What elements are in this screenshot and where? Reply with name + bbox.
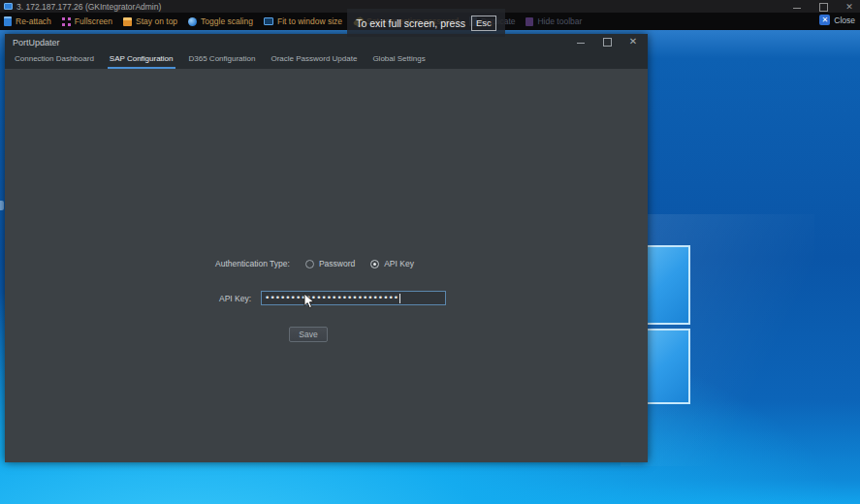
- api-key-input[interactable]: ••••••••••••••••••••••••••: [261, 291, 446, 305]
- toggle-scaling-label: Toggle scaling: [201, 16, 253, 26]
- hide-toolbar-button[interactable]: Hide toolbar: [526, 16, 582, 26]
- api-key-row: API Key: ••••••••••••••••••••••••••: [219, 291, 446, 305]
- close-session-label: Close: [834, 16, 855, 25]
- reattach-button[interactable]: Re-attach: [4, 16, 51, 26]
- api-key-label: API Key:: [219, 294, 251, 303]
- fit-to-window-size-icon: [264, 17, 273, 25]
- toggle-scaling-button[interactable]: Toggle scaling: [188, 16, 253, 26]
- hide-toolbar-icon: [526, 17, 533, 26]
- radio-api-key[interactable]: API Key: [370, 259, 414, 268]
- remote-monitor-icon: [4, 3, 13, 10]
- reattach-label: Re-attach: [16, 16, 51, 26]
- radio-password-circle[interactable]: [305, 260, 314, 268]
- windows-logo-pane-top: [646, 245, 690, 325]
- windows-logo-pane-bottom: [646, 329, 690, 404]
- app-close-button[interactable]: ✕: [628, 37, 638, 47]
- fullscreen-icon: [62, 17, 71, 26]
- app-minimize-button[interactable]: [576, 37, 586, 47]
- desktop-left-edge-artifact: [0, 201, 4, 210]
- reattach-icon: [4, 16, 12, 26]
- tab-global-settings[interactable]: Global Settings: [370, 50, 427, 69]
- authentication-type-row: Authentication Type: Password API Key: [215, 259, 414, 268]
- save-button[interactable]: Save: [289, 327, 328, 342]
- close-session-icon: ✕: [819, 15, 830, 25]
- authentication-type-label: Authentication Type:: [215, 259, 290, 268]
- portupdater-title: PortUpdater: [13, 38, 60, 47]
- client-window-controls: ✕: [792, 0, 854, 13]
- screen: PortUpdater ✕ Connection Dashboard SAP C…: [0, 0, 860, 504]
- hide-toolbar-label: Hide toolbar: [537, 16, 582, 26]
- fullscreen-exit-text: To exit full screen, press: [356, 17, 465, 29]
- radio-api-key-circle[interactable]: [370, 260, 379, 268]
- stay-on-top-button[interactable]: Stay on top: [123, 16, 177, 26]
- fullscreen-label: Fullscreen: [75, 16, 112, 26]
- fit-to-window-size-label: Fit to window size: [277, 16, 342, 26]
- radio-api-key-label[interactable]: API Key: [384, 259, 414, 268]
- client-minimize-button[interactable]: [792, 2, 802, 12]
- close-session-button[interactable]: ✕ Close: [819, 15, 855, 25]
- esc-keycap: Esc: [471, 16, 496, 31]
- sap-configuration-panel: Authentication Type: Password API Key AP…: [5, 69, 648, 462]
- app-maximize-button[interactable]: [602, 37, 612, 47]
- mouse-cursor: [303, 293, 315, 309]
- stay-on-top-icon: [123, 17, 132, 26]
- radio-password[interactable]: Password: [305, 259, 355, 268]
- fit-to-window-size-button[interactable]: Fit to window size: [264, 16, 342, 26]
- fullscreen-button[interactable]: Fullscreen: [62, 16, 112, 26]
- client-window-title: 3. 172.187.177.26 (GKIntegratorAdmin): [16, 2, 161, 12]
- text-caret: [399, 294, 400, 303]
- stay-on-top-label: Stay on top: [136, 16, 177, 26]
- radio-password-label[interactable]: Password: [319, 259, 355, 268]
- portupdater-titlebar: PortUpdater ✕: [5, 34, 648, 50]
- tab-sap-configuration[interactable]: SAP Configuration: [108, 50, 175, 69]
- toggle-scaling-icon: [188, 17, 197, 26]
- fullscreen-exit-notice: To exit full screen, press Esc: [347, 9, 505, 37]
- client-close-button[interactable]: ✕: [844, 2, 854, 12]
- portupdater-window-controls: ✕: [576, 37, 638, 47]
- api-key-masked-value: ••••••••••••••••••••••••••: [265, 292, 398, 304]
- tab-oracle-password-update[interactable]: Oracle Password Update: [269, 50, 359, 69]
- portupdater-window: PortUpdater ✕ Connection Dashboard SAP C…: [5, 34, 648, 462]
- client-maximize-button[interactable]: [818, 2, 828, 12]
- tab-connection-dashboard[interactable]: Connection Dashboard: [13, 50, 96, 69]
- tab-d365-configuration[interactable]: D365 Configuration: [187, 50, 258, 69]
- portupdater-tab-bar: Connection Dashboard SAP Configuration D…: [5, 50, 648, 69]
